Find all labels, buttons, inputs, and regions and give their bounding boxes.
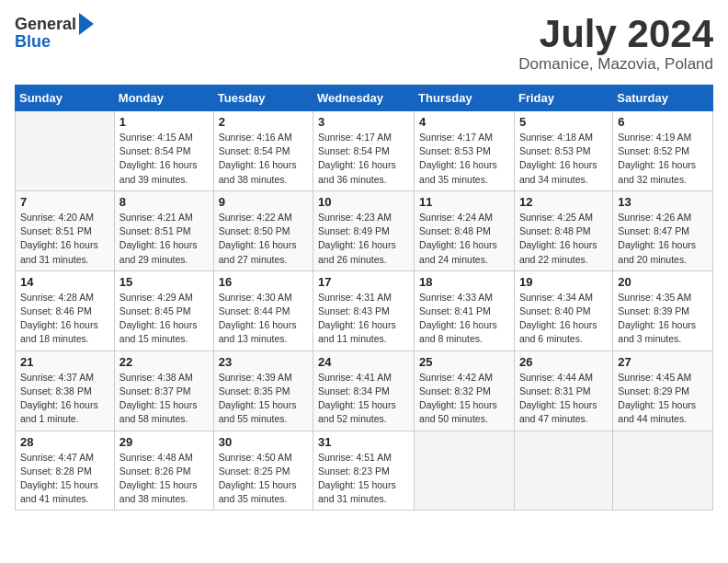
day-detail: Sunrise: 4:28 AM Sunset: 8:46 PM Dayligh… xyxy=(20,291,109,347)
calendar-cell: 26Sunrise: 4:44 AM Sunset: 8:31 PM Dayli… xyxy=(514,350,612,431)
calendar-week-row: 28Sunrise: 4:47 AM Sunset: 8:28 PM Dayli… xyxy=(16,431,713,511)
calendar-cell: 24Sunrise: 4:41 AM Sunset: 8:34 PM Dayli… xyxy=(313,350,415,431)
calendar-cell: 15Sunrise: 4:29 AM Sunset: 8:45 PM Dayli… xyxy=(114,270,213,350)
calendar-cell: 4Sunrise: 4:17 AM Sunset: 8:53 PM Daylig… xyxy=(415,111,515,191)
day-number: 6 xyxy=(618,115,708,129)
calendar-header-row: SundayMondayTuesdayWednesdayThursdayFrid… xyxy=(16,86,713,111)
calendar-cell: 20Sunrise: 4:35 AM Sunset: 8:39 PM Dayli… xyxy=(613,270,713,350)
calendar-cell: 7Sunrise: 4:20 AM Sunset: 8:51 PM Daylig… xyxy=(16,190,115,270)
day-detail: Sunrise: 4:41 AM Sunset: 8:34 PM Dayligh… xyxy=(318,371,409,427)
day-number: 16 xyxy=(219,275,308,289)
day-header-wednesday: Wednesday xyxy=(313,86,415,111)
day-number: 7 xyxy=(20,195,109,209)
day-number: 27 xyxy=(618,355,708,369)
day-header-friday: Friday xyxy=(514,86,612,111)
day-detail: Sunrise: 4:16 AM Sunset: 8:54 PM Dayligh… xyxy=(219,131,308,187)
day-number: 19 xyxy=(519,275,608,289)
calendar-cell: 8Sunrise: 4:21 AM Sunset: 8:51 PM Daylig… xyxy=(114,190,213,270)
calendar-body: 1Sunrise: 4:15 AM Sunset: 8:54 PM Daylig… xyxy=(16,111,713,511)
day-detail: Sunrise: 4:51 AM Sunset: 8:23 PM Dayligh… xyxy=(318,451,409,507)
calendar-cell: 13Sunrise: 4:26 AM Sunset: 8:47 PM Dayli… xyxy=(613,190,713,270)
calendar-cell: 19Sunrise: 4:34 AM Sunset: 8:40 PM Dayli… xyxy=(514,270,612,350)
calendar-cell: 10Sunrise: 4:23 AM Sunset: 8:49 PM Dayli… xyxy=(313,190,415,270)
day-number: 2 xyxy=(219,115,308,129)
day-detail: Sunrise: 4:44 AM Sunset: 8:31 PM Dayligh… xyxy=(519,371,608,427)
day-number: 23 xyxy=(219,355,308,369)
calendar-cell: 29Sunrise: 4:48 AM Sunset: 8:26 PM Dayli… xyxy=(114,431,213,511)
day-number: 17 xyxy=(318,275,409,289)
page-header: General Blue July 2024 Domanice, Mazovia… xyxy=(15,15,713,74)
day-number: 4 xyxy=(419,115,509,129)
calendar-location: Domanice, Mazovia, Poland xyxy=(518,55,713,74)
calendar-cell: 11Sunrise: 4:24 AM Sunset: 8:48 PM Dayli… xyxy=(415,190,515,270)
day-detail: Sunrise: 4:35 AM Sunset: 8:39 PM Dayligh… xyxy=(618,291,708,347)
logo-arrow-icon xyxy=(79,13,94,35)
day-number: 1 xyxy=(119,115,209,129)
day-number: 5 xyxy=(519,115,608,129)
day-detail: Sunrise: 4:23 AM Sunset: 8:49 PM Dayligh… xyxy=(318,211,409,267)
calendar-cell: 16Sunrise: 4:30 AM Sunset: 8:44 PM Dayli… xyxy=(213,270,313,350)
calendar-week-row: 14Sunrise: 4:28 AM Sunset: 8:46 PM Dayli… xyxy=(16,270,713,350)
day-header-sunday: Sunday xyxy=(16,86,115,111)
day-number: 26 xyxy=(519,355,608,369)
calendar-cell: 1Sunrise: 4:15 AM Sunset: 8:54 PM Daylig… xyxy=(114,111,213,191)
calendar-cell: 6Sunrise: 4:19 AM Sunset: 8:52 PM Daylig… xyxy=(613,111,713,191)
day-number: 30 xyxy=(219,435,308,449)
calendar-cell: 17Sunrise: 4:31 AM Sunset: 8:43 PM Dayli… xyxy=(313,270,415,350)
calendar-cell xyxy=(613,431,713,511)
day-detail: Sunrise: 4:30 AM Sunset: 8:44 PM Dayligh… xyxy=(219,291,308,347)
calendar-cell xyxy=(415,431,515,511)
day-number: 15 xyxy=(119,275,209,289)
day-detail: Sunrise: 4:47 AM Sunset: 8:28 PM Dayligh… xyxy=(20,451,109,507)
day-detail: Sunrise: 4:50 AM Sunset: 8:25 PM Dayligh… xyxy=(219,451,308,507)
day-detail: Sunrise: 4:24 AM Sunset: 8:48 PM Dayligh… xyxy=(419,211,509,267)
day-detail: Sunrise: 4:31 AM Sunset: 8:43 PM Dayligh… xyxy=(318,291,409,347)
calendar-cell: 2Sunrise: 4:16 AM Sunset: 8:54 PM Daylig… xyxy=(213,111,313,191)
day-number: 13 xyxy=(618,195,708,209)
day-detail: Sunrise: 4:20 AM Sunset: 8:51 PM Dayligh… xyxy=(20,211,109,267)
day-detail: Sunrise: 4:21 AM Sunset: 8:51 PM Dayligh… xyxy=(119,211,209,267)
day-detail: Sunrise: 4:39 AM Sunset: 8:35 PM Dayligh… xyxy=(219,371,308,427)
day-detail: Sunrise: 4:25 AM Sunset: 8:48 PM Dayligh… xyxy=(519,211,608,267)
day-detail: Sunrise: 4:17 AM Sunset: 8:54 PM Dayligh… xyxy=(318,131,409,187)
day-detail: Sunrise: 4:38 AM Sunset: 8:37 PM Dayligh… xyxy=(119,371,209,427)
day-detail: Sunrise: 4:18 AM Sunset: 8:53 PM Dayligh… xyxy=(519,131,608,187)
calendar-title: July 2024 xyxy=(518,15,713,53)
calendar-cell xyxy=(16,111,115,191)
day-detail: Sunrise: 4:26 AM Sunset: 8:47 PM Dayligh… xyxy=(618,211,708,267)
calendar-table: SundayMondayTuesdayWednesdayThursdayFrid… xyxy=(15,85,713,511)
day-number: 31 xyxy=(318,435,409,449)
day-number: 14 xyxy=(20,275,109,289)
calendar-cell: 5Sunrise: 4:18 AM Sunset: 8:53 PM Daylig… xyxy=(514,111,612,191)
day-header-saturday: Saturday xyxy=(613,86,713,111)
day-detail: Sunrise: 4:22 AM Sunset: 8:50 PM Dayligh… xyxy=(219,211,308,267)
title-block: July 2024 Domanice, Mazovia, Poland xyxy=(518,15,713,74)
calendar-week-row: 21Sunrise: 4:37 AM Sunset: 8:38 PM Dayli… xyxy=(16,350,713,431)
day-detail: Sunrise: 4:45 AM Sunset: 8:29 PM Dayligh… xyxy=(618,371,708,427)
day-number: 11 xyxy=(419,195,509,209)
calendar-cell: 12Sunrise: 4:25 AM Sunset: 8:48 PM Dayli… xyxy=(514,190,612,270)
calendar-week-row: 7Sunrise: 4:20 AM Sunset: 8:51 PM Daylig… xyxy=(16,190,713,270)
day-detail: Sunrise: 4:33 AM Sunset: 8:41 PM Dayligh… xyxy=(419,291,509,347)
day-detail: Sunrise: 4:17 AM Sunset: 8:53 PM Dayligh… xyxy=(419,131,509,187)
day-number: 25 xyxy=(419,355,509,369)
day-number: 9 xyxy=(219,195,308,209)
calendar-cell: 30Sunrise: 4:50 AM Sunset: 8:25 PM Dayli… xyxy=(213,431,313,511)
day-number: 24 xyxy=(318,355,409,369)
day-number: 3 xyxy=(318,115,409,129)
day-number: 28 xyxy=(20,435,109,449)
calendar-cell: 27Sunrise: 4:45 AM Sunset: 8:29 PM Dayli… xyxy=(613,350,713,431)
day-number: 22 xyxy=(119,355,209,369)
calendar-cell: 3Sunrise: 4:17 AM Sunset: 8:54 PM Daylig… xyxy=(313,111,415,191)
calendar-cell xyxy=(514,431,612,511)
day-detail: Sunrise: 4:42 AM Sunset: 8:32 PM Dayligh… xyxy=(419,371,509,427)
logo: General Blue xyxy=(15,15,94,52)
day-detail: Sunrise: 4:37 AM Sunset: 8:38 PM Dayligh… xyxy=(20,371,109,427)
calendar-cell: 31Sunrise: 4:51 AM Sunset: 8:23 PM Dayli… xyxy=(313,431,415,511)
calendar-cell: 14Sunrise: 4:28 AM Sunset: 8:46 PM Dayli… xyxy=(16,270,115,350)
calendar-cell: 28Sunrise: 4:47 AM Sunset: 8:28 PM Dayli… xyxy=(16,431,115,511)
logo-text-general: General xyxy=(15,16,76,34)
calendar-week-row: 1Sunrise: 4:15 AM Sunset: 8:54 PM Daylig… xyxy=(16,111,713,191)
day-detail: Sunrise: 4:15 AM Sunset: 8:54 PM Dayligh… xyxy=(119,131,209,187)
calendar-cell: 22Sunrise: 4:38 AM Sunset: 8:37 PM Dayli… xyxy=(114,350,213,431)
